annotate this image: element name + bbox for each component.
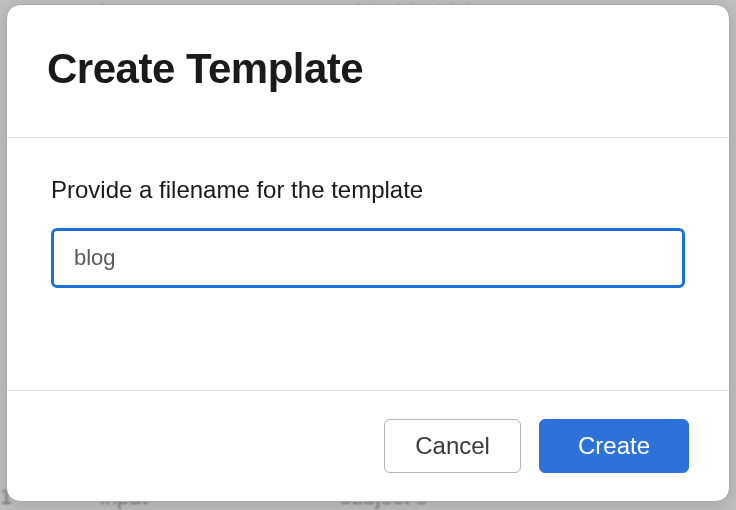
create-template-dialog: Create Template Provide a filename for t… bbox=[6, 4, 730, 502]
cancel-button[interactable]: Cancel bbox=[384, 419, 521, 473]
dialog-title: Create Template bbox=[47, 45, 689, 93]
dialog-header: Create Template bbox=[7, 5, 729, 138]
filename-label: Provide a filename for the template bbox=[51, 176, 685, 204]
dialog-footer: Cancel Create bbox=[7, 391, 729, 501]
filename-input[interactable] bbox=[51, 228, 685, 288]
dialog-body: Provide a filename for the template bbox=[7, 138, 729, 391]
create-button[interactable]: Create bbox=[539, 419, 689, 473]
